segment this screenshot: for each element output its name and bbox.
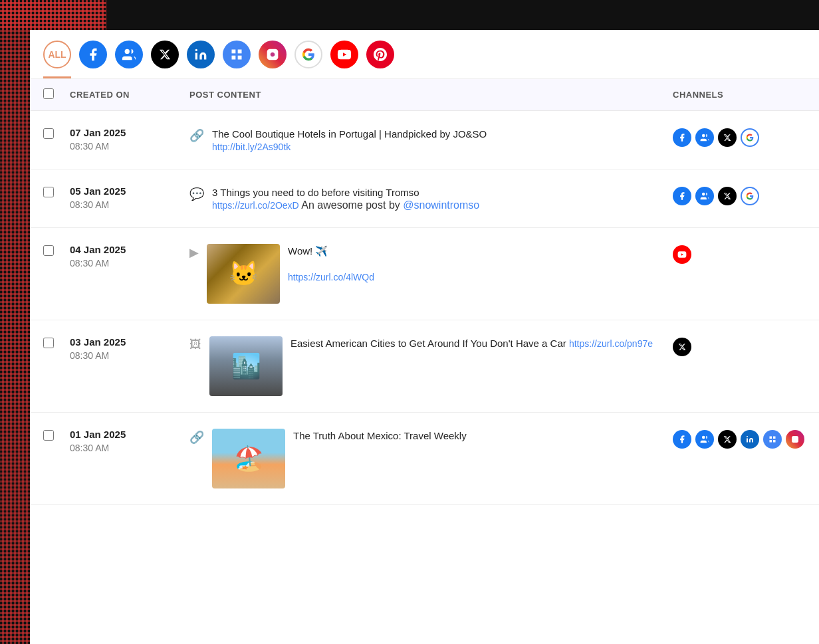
post-mention-2: @snowintromso	[403, 199, 479, 211]
header-check	[43, 88, 70, 101]
date-time-4: 08:30 AM	[70, 350, 189, 361]
post-link-1[interactable]: http://bit.ly/2As90tk	[212, 142, 291, 152]
row-content-4: 🖼 Easiest American Cities to Get Around …	[189, 336, 673, 396]
tab-all[interactable]: ALL	[43, 41, 71, 78]
instagram-icon	[259, 41, 287, 68]
pinterest-icon	[366, 41, 394, 68]
row-content-2: 💬 3 Things you need to do before visitin…	[189, 185, 673, 211]
row-checkbox-1[interactable]	[43, 128, 54, 139]
svg-point-11	[702, 193, 705, 196]
top-pattern	[0, 0, 819, 30]
gmb-icon	[223, 41, 251, 68]
ch-x-4	[673, 338, 691, 356]
row-date-3: 04 Jan 2025 08:30 AM	[70, 244, 189, 268]
date-time-1: 08:30 AM	[70, 141, 189, 152]
row-channels-4	[673, 336, 806, 356]
svg-rect-6	[232, 56, 236, 60]
groups-icon	[115, 41, 143, 68]
row-check-5	[43, 429, 70, 443]
post-image-3	[207, 244, 280, 304]
svg-point-0	[125, 49, 130, 54]
svg-point-10	[702, 134, 705, 138]
tab-gmb[interactable]	[223, 41, 251, 78]
tab-youtube[interactable]	[330, 41, 358, 78]
ch-facebook-5	[673, 430, 691, 449]
ch-facebook-1	[673, 128, 691, 147]
ch-groups-5	[695, 430, 714, 449]
svg-rect-14	[747, 439, 748, 443]
ch-x-1	[718, 128, 737, 147]
svg-point-2	[195, 49, 197, 51]
post-title-1: The Cool Boutique Hotels in Portugal | H…	[212, 127, 673, 141]
tab-pinterest[interactable]	[366, 41, 394, 78]
main-content: ALL	[30, 30, 819, 644]
row-check-4	[43, 336, 70, 351]
post-link-3[interactable]: https://zurl.co/4lWQd	[288, 272, 374, 282]
post-image-5	[212, 429, 285, 488]
row-checkbox-4[interactable]	[43, 338, 54, 348]
table-row: 04 Jan 2025 08:30 AM ▶ Wow! ✈️ https://z…	[30, 228, 819, 320]
tab-facebook[interactable]	[79, 41, 107, 78]
comment-icon-2: 💬	[189, 187, 204, 201]
header-post-content: POST CONTENT	[189, 90, 673, 100]
row-channels-5	[673, 429, 806, 449]
social-tabs: ALL	[30, 30, 819, 79]
row-checkbox-2[interactable]	[43, 187, 54, 197]
post-extra-text-2: An awesome post by	[301, 199, 403, 211]
date-time-3: 08:30 AM	[70, 258, 189, 268]
post-title-3: Wow! ✈️	[288, 244, 673, 258]
ch-google-1	[741, 128, 759, 147]
row-channels-1	[673, 127, 806, 147]
row-content-1: 🔗 The Cool Boutique Hotels in Portugal |…	[189, 127, 673, 153]
select-all-checkbox[interactable]	[43, 88, 54, 99]
row-checkbox-3[interactable]	[43, 245, 54, 256]
tab-instagram[interactable]	[259, 41, 287, 78]
svg-rect-5	[238, 56, 242, 60]
row-date-5: 01 Jan 2025 08:30 AM	[70, 429, 189, 453]
svg-point-15	[747, 436, 748, 437]
svg-rect-17	[773, 437, 776, 439]
tab-groups[interactable]	[115, 41, 143, 78]
table-row: 01 Jan 2025 08:30 AM 🔗 The Truth About M…	[30, 413, 819, 505]
date-main-4: 03 Jan 2025	[70, 336, 189, 348]
svg-rect-19	[770, 440, 772, 443]
content-text-3: Wow! ✈️ https://zurl.co/4lWQd	[288, 244, 673, 283]
header-created-on: CREATED ON	[70, 90, 189, 100]
content-text-4: Easiest American Cities to Get Around If…	[291, 336, 673, 351]
content-text-1: The Cool Boutique Hotels in Portugal | H…	[212, 127, 673, 153]
tab-x[interactable]	[151, 41, 179, 78]
table-row: 07 Jan 2025 08:30 AM 🔗 The Cool Boutique…	[30, 111, 819, 169]
row-channels-2	[673, 185, 806, 205]
image-icon-4: 🖼	[189, 338, 201, 352]
ch-google-2	[741, 187, 759, 205]
post-link-2[interactable]: https://zurl.co/2OexD	[212, 200, 299, 211]
post-title-5: The Truth About Mexico: Travel Weekly	[293, 429, 673, 443]
post-image-4	[209, 336, 283, 396]
svg-point-13	[702, 436, 705, 439]
svg-rect-18	[773, 440, 776, 443]
facebook-icon	[79, 41, 107, 68]
row-channels-3	[673, 244, 806, 264]
content-text-5: The Truth About Mexico: Travel Weekly	[293, 429, 673, 443]
row-checkbox-5[interactable]	[43, 430, 54, 441]
post-link-4[interactable]: https://zurl.co/pn97e	[569, 338, 653, 349]
tab-linkedin[interactable]	[187, 41, 215, 78]
table-row: 03 Jan 2025 08:30 AM 🖼 Easiest American …	[30, 320, 819, 413]
svg-rect-16	[770, 437, 772, 439]
header-channels: CHANNELS	[673, 90, 806, 100]
svg-rect-20	[792, 436, 798, 443]
ch-facebook-2	[673, 187, 691, 205]
date-time-5: 08:30 AM	[70, 443, 189, 453]
ch-youtube-3	[673, 245, 691, 264]
tab-google[interactable]	[294, 41, 322, 78]
post-title-2: 3 Things you need to do before visiting …	[212, 185, 673, 199]
ch-linkedin-5	[741, 430, 759, 449]
ch-gmb-5	[763, 430, 782, 449]
ch-x-5	[718, 430, 737, 449]
table-header: CREATED ON POST CONTENT CHANNELS	[30, 79, 819, 111]
row-content-5: 🔗 The Truth About Mexico: Travel Weekly	[189, 429, 673, 488]
ch-x-2	[718, 187, 737, 205]
ch-instagram-5	[786, 430, 804, 449]
ch-groups-2	[695, 187, 714, 205]
post-body-3: https://zurl.co/4lWQd	[288, 271, 673, 283]
